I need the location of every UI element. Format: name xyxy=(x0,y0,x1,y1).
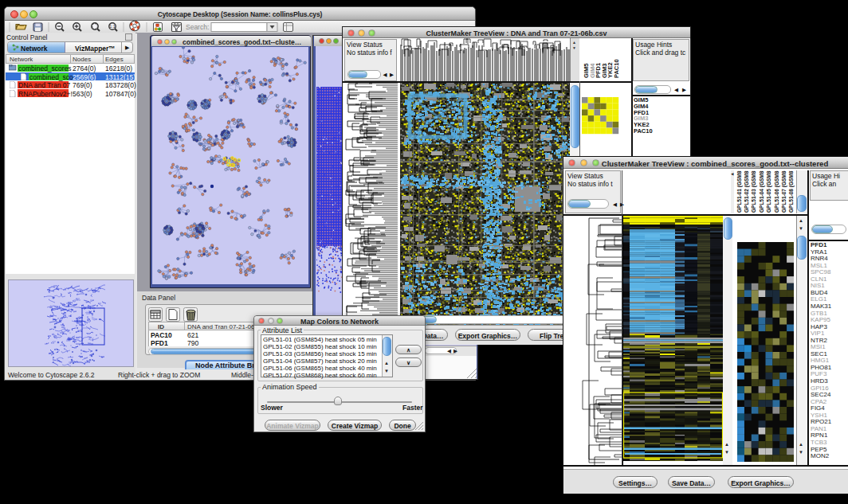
svg-text:1:1: 1:1 xyxy=(109,24,116,29)
svg-text:Search:: Search: xyxy=(186,23,209,31)
